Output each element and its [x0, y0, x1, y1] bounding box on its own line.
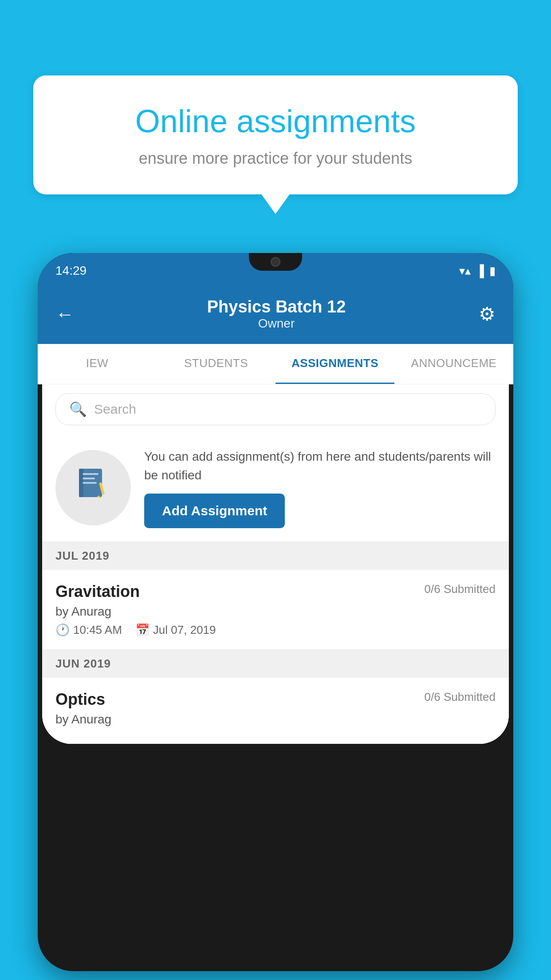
battery-icon: ▮	[489, 264, 496, 278]
assignment-submitted-gravitation: 0/6 Submitted	[425, 582, 496, 596]
assignment-name-gravitation: Gravitation	[55, 582, 140, 601]
settings-icon[interactable]: ⚙	[479, 303, 496, 325]
app-header: ← Physics Batch 12 Owner ⚙	[38, 288, 513, 344]
section-header-jul: JUL 2019	[42, 542, 509, 570]
back-button[interactable]: ←	[55, 304, 74, 325]
bubble-title: Online assignments	[64, 102, 487, 140]
svg-rect-3	[83, 478, 95, 479]
meta-date-gravitation: 📅 Jul 07, 2019	[135, 623, 216, 637]
assignment-name-optics: Optics	[55, 690, 105, 709]
tabs-container: IEW STUDENTS ASSIGNMENTS ANNOUNCEME	[38, 344, 513, 384]
assignment-time-gravitation: 10:45 AM	[73, 623, 122, 637]
header-subtitle: Owner	[207, 316, 346, 331]
header-title-group: Physics Batch 12 Owner	[207, 297, 346, 331]
assignment-date-gravitation: Jul 07, 2019	[153, 623, 216, 637]
search-icon: 🔍	[69, 401, 87, 418]
notch	[249, 253, 302, 271]
add-section-description: You can add assignment(s) from here and …	[144, 447, 496, 485]
assignment-top-row: Gravitation 0/6 Submitted	[55, 582, 496, 601]
assignment-top-row-optics: Optics 0/6 Submitted	[55, 690, 496, 709]
wifi-icon: ▾▴	[459, 264, 471, 278]
add-assignment-section: You can add assignment(s) from here and …	[42, 434, 509, 542]
camera	[271, 257, 280, 267]
header-title: Physics Batch 12	[207, 297, 346, 316]
tab-announcements[interactable]: ANNOUNCEME	[394, 344, 513, 384]
tab-students[interactable]: STUDENTS	[157, 344, 276, 384]
assignment-by-optics: by Anurag	[55, 712, 496, 727]
assignment-by-gravitation: by Anurag	[55, 605, 496, 619]
search-placeholder: Search	[94, 402, 136, 417]
svg-rect-4	[83, 482, 97, 484]
speech-bubble-container: Online assignments ensure more practice …	[33, 75, 518, 194]
assignment-icon-circle	[55, 450, 131, 526]
tab-iew[interactable]: IEW	[38, 344, 157, 384]
add-section-right: You can add assignment(s) from here and …	[144, 447, 496, 528]
speech-bubble: Online assignments ensure more practice …	[33, 75, 518, 194]
search-container: 🔍 Search	[42, 384, 509, 434]
section-header-jun: JUN 2019	[42, 650, 509, 678]
add-assignment-button[interactable]: Add Assignment	[144, 494, 285, 528]
phone-container: 14:29 ▾▴ ▐ ▮ ← Physics Batch 12 Owner ⚙ …	[38, 253, 513, 971]
assignment-item-gravitation[interactable]: Gravitation 0/6 Submitted by Anurag 🕐 10…	[42, 570, 509, 650]
svg-rect-2	[83, 473, 98, 475]
calendar-icon: 📅	[135, 623, 150, 637]
phone-device: 14:29 ▾▴ ▐ ▮ ← Physics Batch 12 Owner ⚙ …	[38, 253, 513, 971]
assignment-meta-gravitation: 🕐 10:45 AM 📅 Jul 07, 2019	[55, 623, 496, 637]
assignment-notebook-icon	[75, 466, 111, 510]
meta-time-gravitation: 🕐 10:45 AM	[55, 623, 122, 637]
signal-icon: ▐	[476, 264, 484, 278]
tab-assignments[interactable]: ASSIGNMENTS	[276, 344, 394, 384]
clock-icon: 🕐	[55, 623, 70, 637]
search-bar[interactable]: 🔍 Search	[55, 393, 496, 425]
assignment-item-optics[interactable]: Optics 0/6 Submitted by Anurag	[42, 678, 509, 744]
status-icons: ▾▴ ▐ ▮	[459, 264, 496, 278]
assignment-submitted-optics: 0/6 Submitted	[425, 690, 496, 704]
status-time: 14:29	[55, 264, 87, 278]
bubble-subtitle: ensure more practice for your students	[64, 149, 487, 168]
status-bar: 14:29 ▾▴ ▐ ▮	[38, 253, 513, 288]
